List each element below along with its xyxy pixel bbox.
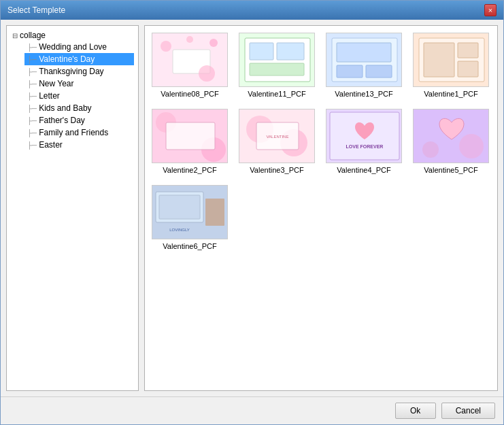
tree-item-label: New Year bbox=[39, 79, 73, 88]
templates-grid: Valentine08_PCF Valentine11_PCF Valentin… bbox=[152, 33, 490, 250]
svg-text:LOVINGLY: LOVINGLY bbox=[169, 228, 190, 232]
tree-root-label-text: collage bbox=[20, 31, 46, 40]
tree-item-fathers[interactable]: ├─Father's Day bbox=[24, 114, 134, 126]
thumb-inner-valentine13 bbox=[326, 33, 401, 86]
svg-rect-9 bbox=[277, 43, 304, 60]
svg-rect-40 bbox=[159, 195, 200, 219]
tree-item-label: Valentine's Day bbox=[39, 54, 95, 64]
template-label-valentine11: Valentine11_PCF bbox=[248, 90, 305, 98]
thumb-inner-valentine1 bbox=[414, 33, 488, 86]
tree-item-label: Family and Friends bbox=[39, 128, 108, 137]
svg-rect-18 bbox=[424, 43, 454, 77]
thumb-inner-valentine6: LOVINGLY bbox=[152, 186, 227, 239]
template-item-valentine6[interactable]: LOVINGLY Valentine6_PCF bbox=[152, 185, 228, 250]
template-item-valentine4[interactable]: LOVE FOREVER Valentine4_PCF bbox=[326, 109, 402, 174]
tree-line-icon: ├─ bbox=[27, 44, 37, 51]
template-item-valentine3[interactable]: VALENTINE Valentine3_PCF bbox=[239, 109, 315, 174]
svg-point-36 bbox=[422, 141, 439, 158]
template-thumb-valentine2 bbox=[152, 109, 228, 163]
svg-point-2 bbox=[209, 39, 218, 47]
svg-text:VALENTINE: VALENTINE bbox=[267, 135, 289, 139]
svg-point-3 bbox=[186, 36, 193, 43]
tree-children: ├─Wedding and Love├─Valentine's Day├─Tha… bbox=[11, 41, 134, 151]
tree-item-label: Letter bbox=[39, 91, 60, 101]
tree-item-wedding[interactable]: ├─Wedding and Love bbox=[24, 41, 134, 53]
svg-rect-14 bbox=[337, 65, 363, 78]
svg-point-5 bbox=[199, 65, 215, 82]
tree-root-collage[interactable]: ⊟ collage bbox=[11, 30, 134, 41]
thumb-inner-valentine5 bbox=[414, 109, 488, 163]
svg-rect-41 bbox=[205, 199, 224, 226]
close-button[interactable]: × bbox=[484, 4, 497, 16]
thumb-inner-valentine4: LOVE FOREVER bbox=[326, 109, 401, 163]
template-thumb-valentine4: LOVE FOREVER bbox=[326, 109, 402, 163]
tree-item-letter[interactable]: ├─Letter bbox=[24, 90, 134, 102]
template-label-valentine5: Valentine5_PCF bbox=[424, 166, 477, 174]
thumb-inner-valentine11 bbox=[239, 33, 314, 86]
ok-button[interactable]: Ok bbox=[395, 403, 436, 419]
tree-item-family[interactable]: ├─Family and Friends bbox=[24, 126, 134, 139]
tree-item-label: Wedding and Love bbox=[39, 42, 107, 52]
svg-rect-8 bbox=[250, 43, 273, 60]
templates-panel: Valentine08_PCF Valentine11_PCF Valentin… bbox=[144, 25, 498, 391]
select-template-dialog: Select Templete × ⊟ collage ├─Wedding an… bbox=[0, 0, 504, 425]
tree-item-label: Kids and Baby bbox=[39, 103, 91, 113]
template-item-valentine11[interactable]: Valentine11_PCF bbox=[239, 33, 315, 98]
tree-item-valentines[interactable]: ├─Valentine's Day bbox=[24, 53, 134, 65]
svg-rect-24 bbox=[166, 122, 215, 150]
tree-item-kids[interactable]: ├─Kids and Baby bbox=[24, 102, 134, 114]
template-item-valentine08[interactable]: Valentine08_PCF bbox=[152, 33, 228, 98]
template-item-valentine5[interactable]: Valentine5_PCF bbox=[413, 109, 489, 174]
dialog-title: Select Templete bbox=[7, 5, 65, 15]
footer: Ok Cancel bbox=[1, 396, 503, 424]
template-label-valentine3: Valentine3_PCF bbox=[250, 166, 303, 174]
template-thumb-valentine5 bbox=[413, 109, 489, 163]
tree-item-newyear[interactable]: ├─New Year bbox=[24, 78, 134, 90]
tree-item-label: Easter bbox=[39, 140, 63, 150]
thumb-inner-valentine3: VALENTINE bbox=[239, 109, 314, 163]
svg-point-1 bbox=[161, 41, 171, 52]
template-label-valentine2: Valentine2_PCF bbox=[163, 166, 216, 174]
template-thumb-valentine6: LOVINGLY bbox=[152, 185, 228, 239]
tree-line-icon: ├─ bbox=[27, 56, 37, 63]
template-item-valentine2[interactable]: Valentine2_PCF bbox=[152, 109, 228, 174]
template-item-valentine1[interactable]: Valentine1_PCF bbox=[413, 33, 489, 98]
tree-line-icon: ├─ bbox=[27, 105, 37, 112]
tree-line-icon: ├─ bbox=[27, 141, 37, 149]
tree-item-thanksgiving[interactable]: ├─Thanksgiving Day bbox=[24, 65, 134, 78]
expand-icon: ⊟ bbox=[12, 32, 18, 39]
tree-root: ⊟ collage ├─Wedding and Love├─Valentine'… bbox=[7, 29, 138, 152]
content-area: ⊟ collage ├─Wedding and Love├─Valentine'… bbox=[1, 20, 503, 396]
template-thumb-valentine3: VALENTINE bbox=[239, 109, 315, 163]
template-thumb-valentine1 bbox=[413, 33, 489, 87]
svg-rect-19 bbox=[458, 43, 478, 58]
tree-item-label: Thanksgiving Day bbox=[39, 67, 103, 76]
svg-rect-10 bbox=[250, 63, 304, 75]
template-label-valentine4: Valentine4_PCF bbox=[337, 166, 390, 174]
template-item-valentine13[interactable]: Valentine13_PCF bbox=[326, 33, 402, 98]
thumb-inner-valentine08 bbox=[152, 33, 227, 86]
template-label-valentine08: Valentine08_PCF bbox=[161, 90, 218, 98]
tree-line-icon: ├─ bbox=[27, 68, 37, 75]
tree-line-icon: ├─ bbox=[27, 80, 37, 88]
tree-item-label: Father's Day bbox=[39, 116, 85, 125]
tree-line-icon: ├─ bbox=[27, 117, 37, 124]
template-thumb-valentine13 bbox=[326, 33, 402, 87]
svg-rect-13 bbox=[337, 43, 391, 62]
svg-text:LOVE FOREVER: LOVE FOREVER bbox=[346, 144, 384, 149]
thumb-inner-valentine2 bbox=[152, 109, 227, 163]
tree-panel: ⊟ collage ├─Wedding and Love├─Valentine'… bbox=[6, 25, 139, 391]
template-label-valentine13: Valentine13_PCF bbox=[335, 90, 392, 98]
tree-item-easter[interactable]: ├─Easter bbox=[24, 139, 134, 151]
template-label-valentine1: Valentine1_PCF bbox=[424, 90, 477, 98]
tree-line-icon: ├─ bbox=[27, 92, 37, 100]
template-thumb-valentine11 bbox=[239, 33, 315, 87]
svg-rect-15 bbox=[366, 65, 392, 78]
tree-line-icon: ├─ bbox=[27, 129, 37, 137]
svg-point-35 bbox=[459, 134, 484, 158]
title-bar: Select Templete × bbox=[1, 1, 503, 20]
template-thumb-valentine08 bbox=[152, 33, 228, 87]
svg-rect-20 bbox=[458, 61, 478, 77]
template-label-valentine6: Valentine6_PCF bbox=[163, 242, 216, 250]
cancel-button[interactable]: Cancel bbox=[441, 403, 495, 419]
